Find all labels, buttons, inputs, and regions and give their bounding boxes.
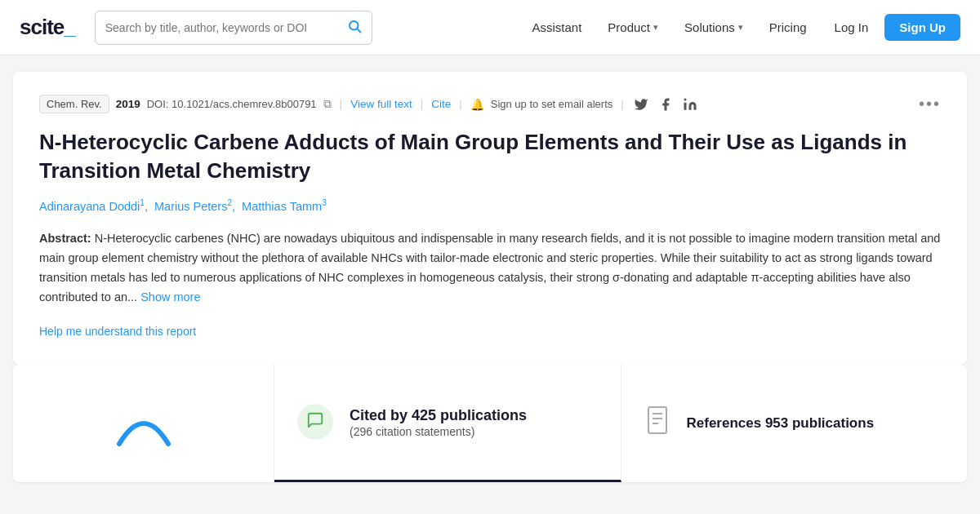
view-full-text-link[interactable]: View full text (350, 98, 412, 110)
cited-info: Cited by 425 publications (296 citation … (350, 406, 527, 438)
year: 2019 (116, 98, 140, 110)
signup-button[interactable]: Sign Up (884, 14, 960, 41)
nav-item-solutions[interactable]: Solutions ▾ (673, 14, 755, 41)
cite-link[interactable]: Cite (431, 98, 451, 110)
search-bar (95, 11, 372, 45)
loading-arc (111, 391, 176, 456)
copy-icon[interactable]: ⧉ (323, 97, 332, 111)
paper-meta: Chem. Rev. 2019 DOI: 10.1021/acs.chemrev… (39, 95, 941, 113)
cited-label: Cited by 425 publications (350, 406, 527, 425)
social-icons (632, 95, 699, 113)
divider: | (459, 98, 462, 110)
chevron-down-icon: ▾ (738, 22, 743, 33)
svg-point-2 (684, 98, 686, 100)
document-icon (647, 405, 671, 441)
author-1[interactable]: Adinarayana Doddi1 (39, 200, 145, 213)
login-button[interactable]: Log In (822, 14, 882, 41)
navbar: scite_ Assistant Product ▾ Solutions ▾ P… (0, 0, 980, 55)
svg-line-1 (357, 29, 360, 32)
more-options-button[interactable]: ••• (919, 95, 941, 113)
stats-row: Cited by 425 publications (296 citation … (13, 365, 967, 482)
stats-cited-section[interactable]: Cited by 425 publications (296 citation … (274, 365, 621, 482)
nav-item-pricing[interactable]: Pricing (758, 14, 818, 41)
help-link[interactable]: Help me understand this report (39, 325, 196, 338)
site-logo[interactable]: scite_ (20, 15, 75, 40)
divider: | (621, 98, 624, 110)
chevron-down-icon: ▾ (653, 22, 658, 33)
chat-bubble-icon (306, 411, 324, 433)
linkedin-icon[interactable] (681, 95, 699, 113)
twitter-icon[interactable] (632, 95, 650, 113)
citation-icon-wrap (297, 404, 333, 440)
bell-icon: 🔔 (470, 98, 484, 111)
citation-statements: (296 citation statements) (350, 425, 527, 438)
divider: | (340, 98, 343, 110)
doi-text: DOI: 10.1021/acs.chemrev.8b00791 (147, 98, 317, 110)
facebook-icon[interactable] (657, 95, 675, 113)
search-icon[interactable] (347, 19, 362, 37)
divider: | (421, 98, 424, 110)
search-input[interactable] (105, 21, 341, 34)
paper-card: Chem. Rev. 2019 DOI: 10.1021/acs.chemrev… (13, 72, 967, 365)
abstract: Abstract: N-Heterocyclic carbenes (NHC) … (39, 229, 941, 308)
stats-chart-area (13, 365, 274, 482)
author-3[interactable]: Matthias Tamm3 (242, 200, 327, 213)
main-content: Chem. Rev. 2019 DOI: 10.1021/acs.chemrev… (0, 72, 980, 482)
nav-item-product[interactable]: Product ▾ (596, 14, 670, 41)
svg-rect-3 (648, 407, 666, 433)
journal-badge: Chem. Rev. (39, 95, 109, 113)
author-2[interactable]: Marius Peters2 (154, 200, 232, 213)
paper-title: N-Heterocyclic Carbene Adducts of Main G… (39, 128, 941, 185)
show-more-link[interactable]: Show more (140, 290, 200, 304)
abstract-label: Abstract: (39, 232, 91, 245)
stats-refs-section[interactable]: References 953 publications (621, 365, 968, 482)
authors: Adinarayana Doddi1, Marius Peters2, Matt… (39, 198, 941, 213)
nav-item-assistant[interactable]: Assistant (520, 14, 593, 41)
nav-links: Assistant Product ▾ Solutions ▾ Pricing … (520, 14, 960, 41)
doc-icon-wrap (644, 409, 674, 438)
refs-label: References 953 publications (687, 415, 875, 432)
alert-text: Sign up to set email alerts (491, 98, 613, 110)
